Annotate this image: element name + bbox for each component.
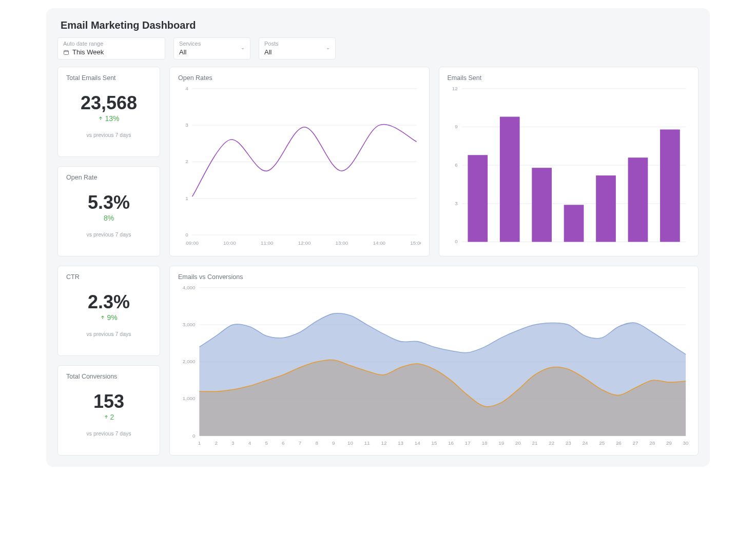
svg-rect-0: [64, 50, 69, 54]
posts-label: Posts: [264, 41, 330, 47]
arrow-up-icon: [98, 116, 103, 121]
date-range-picker[interactable]: Auto date range This Week: [57, 37, 165, 60]
open-rates-line-chart: 0123409:0010:0011:0012:0013:0014:0015:00: [178, 86, 421, 249]
kpi-value: 2.3%: [66, 292, 151, 312]
kpi-delta: 9%: [66, 313, 151, 322]
kpi-ctr: CTR 2.3% 9% vs previous 7 days: [57, 266, 160, 356]
emails-vs-conversions-area-chart: 01,0002,0003,0004,0001234567891011121314…: [178, 285, 690, 448]
kpi-note: vs previous 7 days: [66, 132, 151, 138]
svg-text:2,000: 2,000: [183, 359, 196, 364]
svg-text:6: 6: [282, 440, 285, 446]
kpi-note: vs previous 7 days: [66, 331, 151, 337]
date-range-value: This Week: [72, 48, 104, 56]
svg-text:11: 11: [364, 440, 370, 446]
chart-title: Emails vs Conversions: [178, 273, 690, 281]
svg-text:4: 4: [185, 86, 188, 91]
page-title: Email Marketing Dashboard: [61, 19, 699, 31]
svg-text:6: 6: [455, 162, 457, 168]
kpi-delta: 2: [66, 413, 151, 421]
svg-text:23: 23: [566, 440, 571, 446]
posts-dropdown[interactable]: Posts All: [259, 37, 336, 60]
svg-text:3: 3: [185, 122, 188, 128]
date-range-label: Auto date range: [63, 41, 160, 47]
kpi-delta: 13%: [66, 114, 151, 123]
kpi-title: Total Emails Sent: [66, 74, 151, 82]
svg-text:13:00: 13:00: [336, 240, 348, 246]
kpi-value: 153: [66, 391, 151, 412]
svg-text:09:00: 09:00: [186, 240, 199, 246]
svg-text:21: 21: [532, 440, 538, 446]
svg-text:1: 1: [185, 195, 188, 201]
services-dropdown[interactable]: Services All: [173, 37, 250, 60]
arrow-up-icon: [104, 414, 109, 420]
svg-text:15:00: 15:00: [410, 240, 420, 246]
svg-text:3: 3: [231, 440, 235, 446]
kpi-open-rate: Open Rate 5.3% 8% vs previous 7 days: [57, 166, 160, 256]
svg-text:22: 22: [549, 440, 554, 446]
svg-text:17: 17: [465, 440, 471, 446]
arrow-up-icon: [100, 315, 105, 320]
svg-text:13: 13: [398, 440, 403, 446]
svg-text:3,000: 3,000: [183, 322, 196, 327]
kpi-value: 23,568: [66, 93, 151, 113]
svg-text:12: 12: [452, 86, 457, 91]
svg-rect-28: [468, 155, 488, 242]
kpi-delta: 8%: [66, 214, 151, 222]
kpi-column-1: Total Emails Sent 23,568 13% vs previous…: [57, 67, 160, 256]
chart-emails-sent: Emails Sent 036912: [439, 67, 699, 256]
posts-value: All: [264, 48, 272, 56]
svg-text:18: 18: [481, 440, 487, 446]
svg-text:2: 2: [185, 159, 188, 164]
svg-text:1: 1: [198, 440, 201, 446]
svg-text:10:00: 10:00: [223, 240, 236, 246]
svg-text:19: 19: [498, 440, 504, 446]
chart-title: Emails Sent: [448, 74, 690, 82]
svg-text:7: 7: [299, 440, 302, 446]
svg-text:14:00: 14:00: [373, 240, 385, 246]
kpi-column-2: CTR 2.3% 9% vs previous 7 days Total Con…: [57, 266, 160, 456]
kpi-note: vs previous 7 days: [66, 231, 151, 238]
svg-text:14: 14: [415, 440, 421, 446]
svg-text:30: 30: [683, 440, 689, 446]
svg-text:25: 25: [599, 440, 605, 446]
svg-text:4: 4: [248, 440, 251, 446]
svg-rect-34: [660, 129, 680, 242]
svg-text:1,000: 1,000: [183, 396, 196, 402]
svg-text:15: 15: [431, 440, 437, 446]
svg-text:9: 9: [455, 124, 457, 129]
chart-open-rates: Open Rates 0123409:0010:0011:0012:0013:0…: [169, 67, 430, 256]
svg-text:12: 12: [381, 440, 386, 446]
kpi-title: Open Rate: [66, 174, 151, 181]
svg-text:4,000: 4,000: [183, 285, 196, 290]
kpi-note: vs previous 7 days: [66, 430, 151, 437]
svg-text:28: 28: [649, 440, 655, 446]
svg-rect-33: [628, 157, 648, 242]
chevron-down-icon: [325, 46, 331, 52]
calendar-icon: [63, 49, 69, 55]
chevron-down-icon: [240, 46, 246, 52]
kpi-total-conversions: Total Conversions 153 2 vs previous 7 da…: [57, 365, 160, 456]
svg-text:0: 0: [185, 232, 188, 238]
svg-text:16: 16: [448, 440, 454, 446]
svg-text:0: 0: [192, 433, 196, 439]
kpi-value: 5.3%: [66, 192, 151, 213]
svg-text:11:00: 11:00: [261, 240, 274, 246]
svg-text:0: 0: [455, 239, 458, 244]
kpi-title: Total Conversions: [66, 373, 151, 380]
services-value: All: [179, 48, 186, 56]
svg-rect-30: [532, 168, 552, 242]
kpi-title: CTR: [66, 273, 151, 281]
svg-text:8: 8: [315, 440, 318, 446]
svg-text:26: 26: [616, 440, 622, 446]
dashboard-grid: Total Emails Sent 23,568 13% vs previous…: [57, 67, 699, 456]
svg-text:9: 9: [332, 440, 335, 446]
svg-text:10: 10: [347, 440, 354, 446]
chart-emails-vs-conversions: Emails vs Conversions 01,0002,0003,0004,…: [169, 266, 699, 456]
svg-text:2: 2: [215, 440, 218, 446]
svg-rect-31: [564, 205, 584, 242]
svg-rect-29: [499, 117, 519, 242]
svg-text:3: 3: [455, 201, 457, 206]
emails-sent-bar-chart: 036912: [448, 86, 690, 249]
svg-rect-32: [596, 175, 616, 242]
svg-text:27: 27: [633, 440, 638, 446]
